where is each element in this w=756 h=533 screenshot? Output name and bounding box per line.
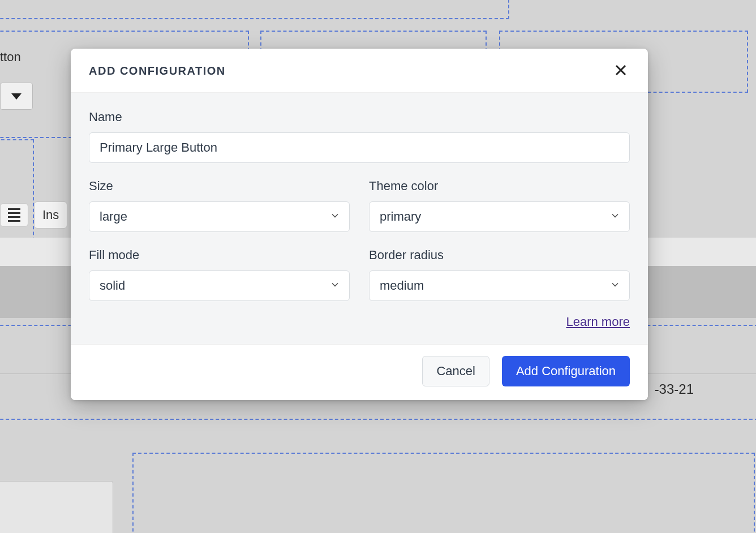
theme-color-select-value: primary xyxy=(380,209,421,224)
fill-mode-label: Fill mode xyxy=(89,248,350,263)
bg-timestamp-partial: -33-21 xyxy=(655,381,694,397)
learn-more-link[interactable]: Learn more xyxy=(566,315,630,329)
cancel-button[interactable]: Cancel xyxy=(422,356,489,386)
bg-toolbar-button-insert[interactable]: Ins xyxy=(34,201,67,229)
align-justify-icon xyxy=(8,208,20,222)
bg-toolbar-button-label: Ins xyxy=(42,208,59,222)
close-icon xyxy=(614,63,628,77)
bg-dropdown-button[interactable] xyxy=(0,83,33,110)
fill-mode-select-value: solid xyxy=(100,278,125,293)
field-size: Size large xyxy=(89,179,350,232)
field-border-radius: Border radius medium xyxy=(369,248,630,301)
field-theme-color: Theme color primary xyxy=(369,179,630,232)
border-radius-select[interactable]: medium xyxy=(369,270,630,301)
fill-mode-select[interactable]: solid xyxy=(89,270,350,301)
dashed-region xyxy=(132,453,755,533)
size-select-value: large xyxy=(100,209,127,224)
close-button[interactable] xyxy=(612,61,630,81)
field-name: Name xyxy=(89,110,630,163)
theme-color-select[interactable]: primary xyxy=(369,201,630,232)
dialog-header: Add Configuration xyxy=(71,49,648,93)
size-select[interactable]: large xyxy=(89,201,350,232)
bg-toolbar-button-lines[interactable] xyxy=(0,203,28,227)
theme-color-label: Theme color xyxy=(369,179,630,194)
bg-partial-label: tton xyxy=(0,50,21,65)
dialog-footer: Cancel Add Configuration xyxy=(71,344,648,400)
name-input[interactable] xyxy=(89,132,630,163)
bg-panel xyxy=(0,481,113,533)
border-radius-label: Border radius xyxy=(369,248,630,263)
border-radius-select-value: medium xyxy=(380,278,424,293)
dialog-body: Name Size large Theme color xyxy=(71,93,648,344)
add-configuration-dialog: Add Configuration Name Size large xyxy=(71,49,648,400)
add-configuration-button[interactable]: Add Configuration xyxy=(502,356,630,386)
size-label: Size xyxy=(89,179,350,194)
bg-toolbar: Ins xyxy=(0,198,67,232)
field-fill-mode: Fill mode solid xyxy=(89,248,350,301)
dialog-title: Add Configuration xyxy=(89,65,226,78)
dashed-region xyxy=(0,0,509,19)
caret-down-icon xyxy=(11,93,22,100)
name-label: Name xyxy=(89,110,630,124)
